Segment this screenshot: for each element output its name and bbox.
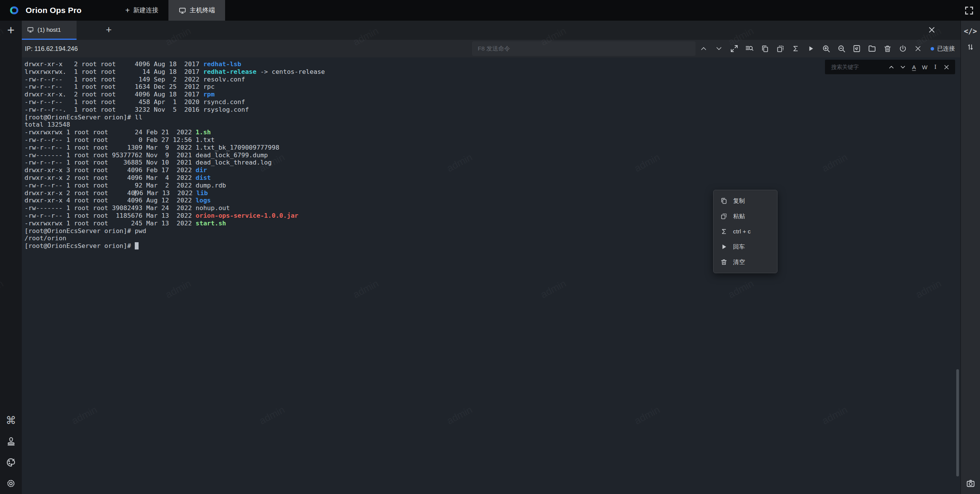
terminal-line: -rw-r--r-- 1 root root 92 Mar 2 2022 dum… [24,182,325,189]
toolbar-trash-button[interactable] [882,44,892,54]
terminal-context-menu: 复制粘贴ctrl + c回车清空 [713,190,777,273]
toolbar-expand-button[interactable] [729,44,739,54]
toolbar-close-button[interactable] [913,44,923,54]
fullscreen-icon [964,5,974,16]
terminal-tab-host1[interactable]: (1) host1 [22,21,77,40]
toolbar-search-history-button[interactable] [745,44,755,54]
new-connection-button[interactable]: + 新建连接 [115,0,168,21]
terminal-search-bar: AWI [825,60,955,74]
terminal-line: -rw-r--r-- 1 root root 1185676 Mar 13 20… [24,212,325,220]
context-menu-item-trash[interactable]: 清空 [714,254,777,270]
terminal-line: -rw-r--r-- 1 root root 458 Apr 1 2020 rs… [24,98,325,106]
toolbar-folder-button[interactable] [867,44,877,54]
terminal-line: -rw-r--r--. 1 root root 3232 Nov 5 2016 … [24,106,325,114]
search-input[interactable] [825,64,888,70]
toolbar-copy-button[interactable] [760,44,770,54]
context-menu-label: 回车 [733,243,745,251]
terminal-line: /root/orion [24,235,325,242]
chevron-up-icon [699,44,708,53]
terminal-tab-label: (1) host1 [38,26,61,33]
search-next-button[interactable] [899,63,906,71]
palette-button[interactable] [6,457,16,468]
settings-button[interactable] [6,478,16,489]
brand: Orion Ops Pro [7,3,82,18]
terminal-line: drwxr-xr-x 2 root root 4096 Mar 13 2022 … [24,189,325,197]
search-match-case-button[interactable]: A [911,63,917,71]
context-menu-label: 复制 [733,197,745,205]
zoom-in-icon [822,44,831,53]
plus-icon: + [125,7,130,14]
send-command-input[interactable] [472,41,696,56]
new-connection-label: 新建连接 [133,6,158,15]
new-terminal-tab-button[interactable]: + [102,21,115,39]
terminal-screen[interactable]: drwxr-xr-x 2 root root 4096 Aug 18 2017 … [22,57,960,494]
screenshot-button[interactable] [965,478,976,489]
tab-host-terminal[interactable]: 主机终端 [168,0,225,21]
toolbar-power-button[interactable] [898,44,908,54]
terminal-line: drwxr-xr-x 2 root root 4096 Aug 18 2017 … [24,60,325,68]
host-terminal-label: 主机终端 [190,6,215,15]
sigma-icon [791,44,800,53]
status-label: 已连接 [937,45,955,53]
context-menu-item-paste[interactable]: 粘贴 [714,209,777,224]
close-terminal-button[interactable] [927,25,937,35]
terminal-line: -rwxrwxrwx 1 root root 245 Mar 13 2022 s… [24,220,325,227]
toolbar-play-button[interactable] [806,44,816,54]
paste-icon [720,212,728,220]
toolbar-zoom-in-button[interactable] [821,44,831,54]
terminal-line: drwxr-xr-x. 2 root root 4096 Aug 18 2017… [24,91,325,98]
terminal-line: -rw-r--r-- 1 root root 1634 Dec 25 2012 … [24,83,325,91]
toolbar-chevron-up-button[interactable] [699,44,709,54]
toolbar-buttons: 已连接 [699,40,955,57]
terminal-toolbar: IP: 116.62.194.246 已连接 [22,40,960,57]
search-close-button[interactable] [943,63,950,71]
search-buttons: AWI [888,63,950,71]
host-ip-label: IP: 116.62.194.246 [25,40,78,57]
folder-icon [867,44,877,53]
search-prev-button[interactable] [888,63,895,71]
top-nav: + 新建连接 主机终端 [115,0,225,21]
palette-icon [6,457,16,468]
copy-icon [720,197,728,205]
terminal-line: total 132548 [24,121,325,129]
connection-status: 已连接 [931,45,955,53]
monitor-icon [178,7,186,15]
add-terminal-button[interactable]: + [7,24,15,36]
stamp-icon [6,436,16,446]
code-panel-button[interactable]: </> [964,27,977,35]
close-icon [914,44,922,53]
left-sidebar: + ⌘ [0,21,22,494]
toolbar-chevron-down-button[interactable] [714,44,724,54]
app-title: Orion Ops Pro [26,6,82,15]
play-icon [807,45,815,52]
toolbar-paste-button[interactable] [775,44,785,54]
toolbar-zoom-out-button[interactable] [836,44,846,54]
context-menu-item-sigma[interactable]: ctrl + c [714,224,777,239]
context-menu-item-play[interactable]: 回车 [714,239,777,254]
zoom-out-icon [837,44,846,53]
terminal-line: drwxr-xr-x 3 root root 4096 Feb 17 2022 … [24,166,325,174]
copy-icon [761,44,769,53]
trash-icon [720,258,728,266]
context-menu-label: ctrl + c [733,228,751,235]
toolbar-code-file-button[interactable] [852,44,862,54]
power-icon [898,44,907,53]
terminal-scrollbar-thumb[interactable] [956,369,959,476]
scroll-updown-button[interactable] [965,42,976,52]
search-regex-button[interactable]: I [932,63,939,71]
settings-icon [6,478,16,489]
paste-icon [776,44,785,53]
terminal-line: -rwxrwxrwx 1 root root 24 Feb 21 2022 1.… [24,129,325,136]
context-menu-label: 清空 [733,258,745,266]
search-history-icon [745,44,754,53]
context-menu-item-copy[interactable]: 复制 [714,193,777,209]
stamp-button[interactable] [6,436,16,447]
toolbar-sigma-button[interactable] [791,44,800,54]
search-whole-word-button[interactable]: W [921,63,928,71]
code-file-icon [852,44,861,53]
terminal-line: -rw-r--r-- 1 root root 1309 Mar 9 2022 1… [24,144,325,152]
fullscreen-button[interactable] [964,5,974,16]
play-icon [720,243,728,251]
command-button[interactable]: ⌘ [6,415,16,426]
terminal-line: [root@OrionEcsServer orion]# [24,242,325,250]
